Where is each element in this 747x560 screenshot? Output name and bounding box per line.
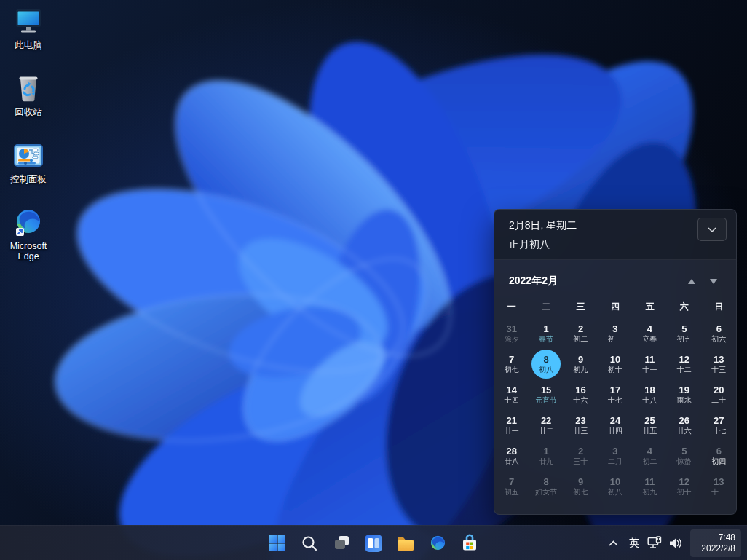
this-pc-icon bbox=[12, 6, 44, 38]
widgets-icon bbox=[364, 534, 383, 553]
clock-date: 2022/2/8 bbox=[701, 543, 735, 554]
calendar-day[interactable]: 9 初九 bbox=[564, 349, 598, 379]
search-button[interactable] bbox=[296, 529, 323, 557]
desktop-icon-control-panel[interactable]: 控制面板 bbox=[0, 140, 57, 184]
calendar-day[interactable]: 10 初十 bbox=[598, 349, 632, 379]
weekday-label: 三 bbox=[564, 301, 598, 313]
network-button[interactable] bbox=[645, 530, 665, 556]
calendar-month-bar: 2022年2月 bbox=[494, 260, 736, 290]
calendar-day[interactable]: 18 十八 bbox=[633, 379, 667, 410]
volume-button[interactable] bbox=[665, 530, 686, 556]
calendar-day[interactable]: 1 春节 bbox=[529, 318, 563, 349]
edge-taskbar-button[interactable] bbox=[424, 529, 451, 557]
calendar-day[interactable]: 4 立春 bbox=[633, 318, 667, 349]
calendar-day[interactable]: 19 雨水 bbox=[667, 379, 701, 410]
weekday-label: 日 bbox=[702, 301, 736, 313]
weekday-label: 四 bbox=[598, 301, 632, 313]
calendar-day[interactable]: 5 惊蛰 bbox=[667, 441, 701, 471]
calendar-next-month-button[interactable] bbox=[703, 272, 724, 290]
ime-indicator[interactable]: 英 bbox=[623, 530, 645, 556]
start-icon bbox=[269, 535, 286, 552]
control-panel-icon bbox=[12, 140, 44, 172]
calendar-day[interactable]: 31 除夕 bbox=[494, 318, 529, 349]
calendar-day[interactable]: 3 初三 bbox=[598, 318, 632, 349]
desktop-icon-label: 回收站 bbox=[15, 107, 42, 117]
taskbar-center bbox=[264, 526, 483, 560]
desktop-icon-label: 此电脑 bbox=[15, 40, 42, 50]
chevron-up-icon bbox=[688, 279, 695, 284]
calendar-day[interactable]: 14 十四 bbox=[494, 379, 529, 410]
calendar-day[interactable]: 6 初四 bbox=[702, 441, 736, 471]
calendar-day[interactable]: 24 廿四 bbox=[598, 410, 632, 441]
calendar-day[interactable]: 11 初九 bbox=[633, 471, 667, 502]
calendar-flyout: 2月8日, 星期二 正月初八 2022年2月 一 二 三 四 五 六 bbox=[494, 209, 737, 515]
system-tray: 英 7:48 2022/2/8 bbox=[603, 526, 747, 560]
volume-icon bbox=[668, 537, 683, 550]
clock-time: 7:48 bbox=[719, 532, 735, 543]
calendar-day[interactable]: 7 初五 bbox=[494, 471, 529, 502]
taskbar: 英 7:48 2022/2/8 bbox=[0, 525, 747, 560]
calendar-prev-month-button[interactable] bbox=[681, 272, 703, 290]
chevron-down-icon bbox=[710, 279, 717, 284]
chevron-down-icon bbox=[708, 227, 716, 232]
calendar-day[interactable]: 12 初十 bbox=[667, 471, 701, 502]
desktop-icon-recycle-bin[interactable]: 回收站 bbox=[0, 73, 57, 117]
desktop-icon-edge[interactable]: Microsoft Edge bbox=[0, 207, 57, 261]
hidden-icons-button[interactable] bbox=[603, 530, 623, 556]
calendar-day[interactable]: 28 廿八 bbox=[494, 441, 529, 471]
calendar-day[interactable]: 17 十七 bbox=[598, 379, 632, 410]
calendar-day[interactable]: 5 初五 bbox=[667, 318, 701, 349]
network-ethernet-icon bbox=[647, 536, 663, 551]
file-explorer-icon bbox=[396, 534, 415, 553]
task-view-icon bbox=[333, 534, 351, 552]
calendar-day[interactable]: 8 初八 bbox=[529, 349, 563, 379]
calendar-day[interactable]: 10 初八 bbox=[598, 471, 632, 502]
calendar-day[interactable]: 26 廿六 bbox=[667, 410, 701, 441]
calendar-month-label: 2022年2月 bbox=[509, 275, 681, 288]
calendar-day[interactable]: 20 二十 bbox=[702, 379, 736, 410]
desktop-icon-column: 此电脑 回收站 bbox=[0, 6, 57, 261]
calendar-day[interactable]: 27 廿七 bbox=[702, 410, 736, 441]
store-icon bbox=[460, 534, 479, 553]
calendar-collapse-button[interactable] bbox=[697, 218, 727, 241]
calendar-day[interactable]: 16 十六 bbox=[564, 379, 598, 410]
calendar-day[interactable]: 22 廿二 bbox=[529, 410, 563, 441]
calendar-day[interactable]: 8 妇女节 bbox=[529, 471, 563, 502]
calendar-day[interactable]: 13 十一 bbox=[702, 471, 736, 502]
calendar-date-text: 2月8日, 星期二 bbox=[509, 219, 722, 232]
desktop-icon-label: 控制面板 bbox=[10, 174, 47, 184]
clock[interactable]: 7:48 2022/2/8 bbox=[690, 529, 741, 557]
desktop-icon-this-pc[interactable]: 此电脑 bbox=[0, 6, 57, 50]
widgets-button[interactable] bbox=[360, 529, 387, 557]
calendar-lunar-text: 正月初八 bbox=[509, 238, 722, 251]
calendar-day[interactable]: 6 初六 bbox=[702, 318, 736, 349]
calendar-header: 2月8日, 星期二 正月初八 bbox=[494, 210, 736, 260]
calendar-day[interactable]: 3 二月 bbox=[598, 441, 632, 471]
calendar-day[interactable]: 21 廿一 bbox=[494, 410, 529, 441]
calendar-day[interactable]: 4 初二 bbox=[633, 441, 667, 471]
calendar-day[interactable]: 2 初二 bbox=[564, 318, 598, 349]
weekday-label: 六 bbox=[667, 301, 701, 313]
calendar-day[interactable]: 2 三十 bbox=[564, 441, 598, 471]
calendar-day[interactable]: 23 廿三 bbox=[564, 410, 598, 441]
calendar-day[interactable]: 25 廿五 bbox=[633, 410, 667, 441]
calendar-weekday-row: 一 二 三 四 五 六 日 bbox=[494, 301, 736, 313]
calendar-day[interactable]: 7 初七 bbox=[494, 349, 529, 379]
file-explorer-button[interactable] bbox=[392, 529, 419, 557]
task-view-button[interactable] bbox=[328, 529, 355, 557]
calendar-day[interactable]: 12 十二 bbox=[667, 349, 701, 379]
start-button[interactable] bbox=[264, 529, 291, 557]
store-button[interactable] bbox=[456, 529, 483, 557]
edge-icon bbox=[429, 534, 447, 552]
calendar-day[interactable]: 11 十一 bbox=[633, 349, 667, 379]
calendar-day[interactable]: 9 初七 bbox=[564, 471, 598, 502]
weekday-label: 二 bbox=[529, 301, 563, 313]
calendar-day[interactable]: 1 廿九 bbox=[529, 441, 563, 471]
edge-icon bbox=[12, 207, 44, 239]
search-icon bbox=[301, 535, 318, 552]
calendar-day[interactable]: 15 元宵节 bbox=[529, 379, 563, 410]
weekday-label: 五 bbox=[633, 301, 667, 313]
calendar-day[interactable]: 13 十三 bbox=[702, 349, 736, 379]
ime-label: 英 bbox=[629, 537, 639, 550]
recycle-bin-icon bbox=[12, 73, 44, 105]
